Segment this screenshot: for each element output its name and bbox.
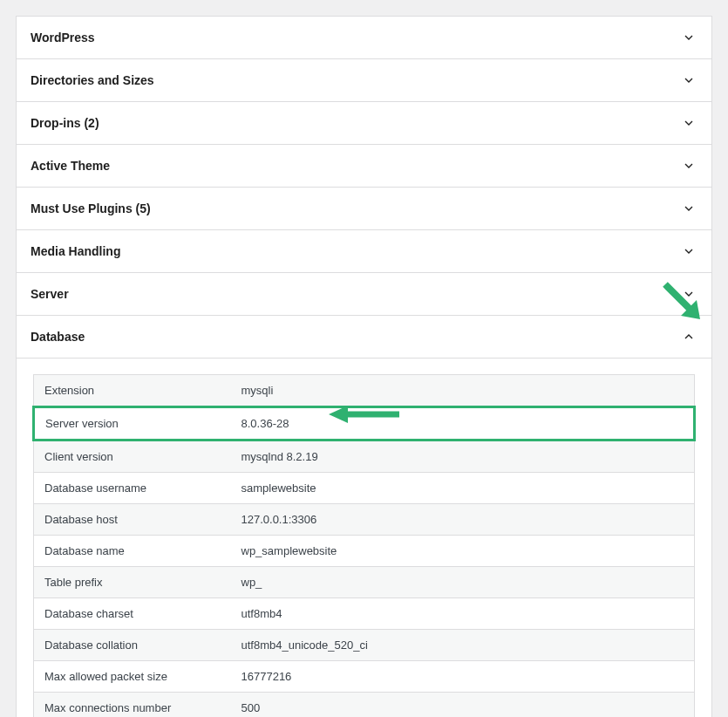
chevron-down-icon <box>680 285 697 303</box>
panel-title: Must Use Plugins (5) <box>31 201 151 215</box>
table-row: Max connections number 500 <box>34 693 695 718</box>
row-value: 127.0.0.1:3306 <box>231 504 695 536</box>
row-label: Extension <box>34 375 231 407</box>
row-value: wp_ <box>231 567 695 598</box>
row-label: Database name <box>34 536 231 567</box>
panel-media-handling[interactable]: Media Handling <box>17 230 711 273</box>
row-value: 500 <box>231 693 695 718</box>
panel-dropins[interactable]: Drop-ins (2) <box>17 102 711 145</box>
row-label: Table prefix <box>34 567 231 598</box>
table-row: Database charset utf8mb4 <box>34 598 695 630</box>
chevron-down-icon <box>680 29 697 46</box>
row-value: mysqli <box>231 375 695 407</box>
chevron-down-icon <box>680 72 697 89</box>
chevron-down-icon <box>680 114 697 132</box>
row-label: Max connections number <box>34 693 231 718</box>
panel-title: Active Theme <box>31 159 110 173</box>
chevron-down-icon <box>680 200 697 217</box>
chevron-down-icon <box>680 242 697 260</box>
panel-database[interactable]: Database <box>17 316 711 358</box>
table-row: Database host 127.0.0.1:3306 <box>34 504 695 536</box>
panel-title: Database <box>31 330 85 344</box>
table-row: Database collation utf8mb4_unicode_520_c… <box>34 630 695 661</box>
row-value: mysqlnd 8.2.19 <box>231 440 695 473</box>
panel-active-theme[interactable]: Active Theme <box>17 145 711 188</box>
row-label: Max allowed packet size <box>34 661 231 693</box>
row-value: samplewebsite <box>231 473 695 504</box>
chevron-down-icon <box>680 157 697 174</box>
row-value: 16777216 <box>231 661 695 693</box>
panel-title: Server <box>31 287 69 301</box>
table-row: Table prefix wp_ <box>34 567 695 598</box>
panel-title: Drop-ins (2) <box>31 116 99 130</box>
panel-directories[interactable]: Directories and Sizes <box>17 59 711 102</box>
panel-server[interactable]: Server <box>17 273 711 316</box>
row-value: utf8mb4 <box>231 598 695 630</box>
table-row: Client version mysqlnd 8.2.19 <box>34 440 695 473</box>
panel-title: Media Handling <box>31 244 120 258</box>
row-value: utf8mb4_unicode_520_ci <box>231 630 695 661</box>
row-label: Database charset <box>34 598 231 630</box>
panel-must-use-plugins[interactable]: Must Use Plugins (5) <box>17 188 711 230</box>
chevron-up-icon <box>680 328 697 345</box>
row-value: wp_samplewebsite <box>231 536 695 567</box>
database-table: Extension mysqli Server version 8.0.36-2… <box>32 374 696 717</box>
site-health-panels: WordPress Directories and Sizes Drop-ins… <box>16 16 712 717</box>
table-row-highlighted: Server version 8.0.36-28 <box>34 407 695 440</box>
table-row: Max allowed packet size 16777216 <box>34 661 695 693</box>
row-label: Database host <box>34 504 231 536</box>
table-row: Database name wp_samplewebsite <box>34 536 695 567</box>
table-row: Database username samplewebsite <box>34 473 695 504</box>
row-label: Database collation <box>34 630 231 661</box>
panel-title: Directories and Sizes <box>31 73 154 87</box>
panel-title: WordPress <box>31 31 95 44</box>
row-value: 8.0.36-28 <box>231 407 695 440</box>
row-label: Server version <box>34 407 231 440</box>
row-label: Client version <box>34 440 231 473</box>
table-row: Extension mysqli <box>34 375 695 407</box>
panel-wordpress[interactable]: WordPress <box>17 17 711 59</box>
row-label: Database username <box>34 473 231 504</box>
panel-database-body: Extension mysqli Server version 8.0.36-2… <box>17 358 711 717</box>
